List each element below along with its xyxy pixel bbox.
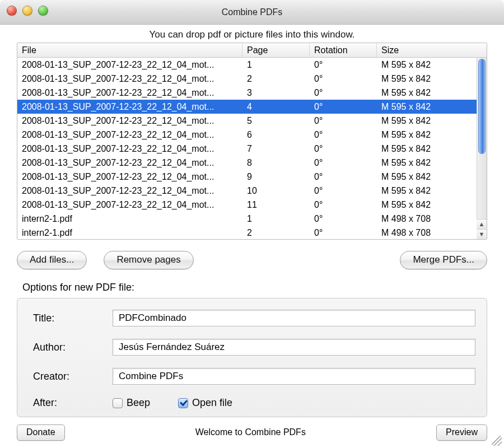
cell-page: 2 [242, 72, 310, 86]
cell-size: M 595 x 842 [377, 198, 477, 212]
cell-page: 11 [242, 198, 310, 212]
table-row[interactable]: 2008-01-13_SUP_2007-12-23_22_12_04_mot..… [17, 114, 477, 128]
cell-page: 1 [242, 212, 310, 226]
table-row[interactable]: 2008-01-13_SUP_2007-12-23_22_12_04_mot..… [17, 100, 477, 114]
cell-size: M 595 x 842 [377, 184, 477, 198]
cell-file: 2008-01-13_SUP_2007-12-23_22_12_04_mot..… [17, 58, 242, 72]
scroll-thumb[interactable] [478, 59, 486, 154]
cell-file: 2008-01-13_SUP_2007-12-23_22_12_04_mot..… [17, 142, 242, 156]
close-button[interactable] [7, 6, 17, 16]
cell-rotation: 0° [310, 142, 377, 156]
table-row[interactable]: intern2-1.pdf20°M 498 x 708 [17, 226, 477, 239]
welcome-text: Welcome to Combine PDFs [65, 427, 437, 437]
table-row[interactable]: intern2-1.pdf10°M 498 x 708 [17, 212, 477, 226]
creator-label: Creator: [29, 371, 113, 382]
cell-page: 6 [242, 128, 310, 142]
cell-page: 3 [242, 86, 310, 100]
cell-rotation: 0° [310, 156, 377, 170]
cell-file: 2008-01-13_SUP_2007-12-23_22_12_04_mot..… [17, 198, 242, 212]
cell-file: intern2-1.pdf [17, 226, 242, 239]
action-row: Add files... Remove pages Merge PDFs... [0, 240, 504, 274]
header-size[interactable]: Size [377, 43, 487, 57]
table-row[interactable]: 2008-01-13_SUP_2007-12-23_22_12_04_mot..… [17, 198, 477, 212]
window-title: Combine PDFs [222, 7, 282, 17]
cell-file: 2008-01-13_SUP_2007-12-23_22_12_04_mot..… [17, 128, 242, 142]
cell-size: M 595 x 842 [377, 86, 477, 100]
header-rotation[interactable]: Rotation [310, 43, 377, 57]
cell-page: 10 [242, 184, 310, 198]
cell-size: M 595 x 842 [377, 142, 477, 156]
after-label: After: [29, 397, 113, 409]
titlebar: Combine PDFs [0, 0, 504, 25]
scrollbar-vertical[interactable]: ▲ ▼ [477, 58, 487, 239]
drop-hint: You can drop pdf or picture files into t… [0, 25, 504, 43]
table-row[interactable]: 2008-01-13_SUP_2007-12-23_22_12_04_mot..… [17, 142, 477, 156]
open-file-checkbox[interactable]: Open file [178, 397, 232, 409]
title-input[interactable] [113, 310, 475, 326]
cell-rotation: 0° [310, 58, 377, 72]
open-file-label: Open file [192, 397, 232, 409]
cell-size: M 595 x 842 [377, 72, 477, 86]
cell-size: M 595 x 842 [377, 128, 477, 142]
cell-size: M 595 x 842 [377, 114, 477, 128]
scroll-down-icon[interactable]: ▼ [477, 229, 487, 239]
status-bar: Donate Welcome to Combine PDFs Preview [0, 417, 504, 448]
cell-size: M 595 x 842 [377, 100, 477, 114]
cell-size: M 498 x 708 [377, 212, 477, 226]
cell-file: 2008-01-13_SUP_2007-12-23_22_12_04_mot..… [17, 184, 242, 198]
cell-rotation: 0° [310, 198, 377, 212]
table-header: File Page Rotation Size [17, 43, 487, 58]
cell-page: 2 [242, 226, 310, 239]
header-file[interactable]: File [17, 43, 242, 57]
cell-file: 2008-01-13_SUP_2007-12-23_22_12_04_mot..… [17, 114, 242, 128]
cell-page: 4 [242, 100, 310, 114]
cell-size: M 595 x 842 [377, 156, 477, 170]
cell-rotation: 0° [310, 128, 377, 142]
cell-rotation: 0° [310, 100, 377, 114]
preview-button[interactable]: Preview [436, 424, 487, 441]
options-label: Options for new PDF file: [0, 274, 504, 298]
checkbox-icon [178, 398, 188, 408]
scroll-up-icon[interactable]: ▲ [477, 219, 487, 229]
cell-file: 2008-01-13_SUP_2007-12-23_22_12_04_mot..… [17, 72, 242, 86]
table-row[interactable]: 2008-01-13_SUP_2007-12-23_22_12_04_mot..… [17, 170, 477, 184]
cell-rotation: 0° [310, 114, 377, 128]
cell-page: 9 [242, 170, 310, 184]
table-body: 2008-01-13_SUP_2007-12-23_22_12_04_mot..… [17, 58, 487, 239]
add-files-button[interactable]: Add files... [17, 251, 87, 269]
beep-label: Beep [127, 397, 150, 409]
author-label: Author: [29, 342, 113, 353]
cell-page: 1 [242, 58, 310, 72]
author-input[interactable] [113, 339, 475, 356]
resize-handle-icon[interactable] [492, 436, 502, 446]
options-group: Title: Author: Creator: After: Beep Open… [17, 298, 487, 417]
cell-file: 2008-01-13_SUP_2007-12-23_22_12_04_mot..… [17, 86, 242, 100]
table-row[interactable]: 2008-01-13_SUP_2007-12-23_22_12_04_mot..… [17, 72, 477, 86]
table-row[interactable]: 2008-01-13_SUP_2007-12-23_22_12_04_mot..… [17, 184, 477, 198]
checkbox-icon [113, 398, 123, 408]
cell-rotation: 0° [310, 170, 377, 184]
table-row[interactable]: 2008-01-13_SUP_2007-12-23_22_12_04_mot..… [17, 58, 477, 72]
zoom-button[interactable] [38, 6, 48, 16]
cell-size: M 595 x 842 [377, 58, 477, 72]
cell-size: M 498 x 708 [377, 226, 477, 239]
table-row[interactable]: 2008-01-13_SUP_2007-12-23_22_12_04_mot..… [17, 86, 477, 100]
cell-file: 2008-01-13_SUP_2007-12-23_22_12_04_mot..… [17, 156, 242, 170]
creator-input[interactable] [113, 368, 475, 385]
cell-rotation: 0° [310, 226, 377, 239]
header-page[interactable]: Page [242, 43, 310, 57]
minimize-button[interactable] [22, 6, 32, 16]
window-controls [7, 6, 48, 16]
cell-page: 7 [242, 142, 310, 156]
cell-file: 2008-01-13_SUP_2007-12-23_22_12_04_mot..… [17, 100, 242, 114]
beep-checkbox[interactable]: Beep [113, 397, 150, 409]
table-row[interactable]: 2008-01-13_SUP_2007-12-23_22_12_04_mot..… [17, 128, 477, 142]
cell-rotation: 0° [310, 184, 377, 198]
table-row[interactable]: 2008-01-13_SUP_2007-12-23_22_12_04_mot..… [17, 156, 477, 170]
cell-rotation: 0° [310, 72, 377, 86]
remove-pages-button[interactable]: Remove pages [104, 251, 193, 269]
cell-file: intern2-1.pdf [17, 212, 242, 226]
cell-rotation: 0° [310, 212, 377, 226]
donate-button[interactable]: Donate [17, 424, 65, 441]
merge-pdfs-button[interactable]: Merge PDFs... [400, 251, 487, 269]
